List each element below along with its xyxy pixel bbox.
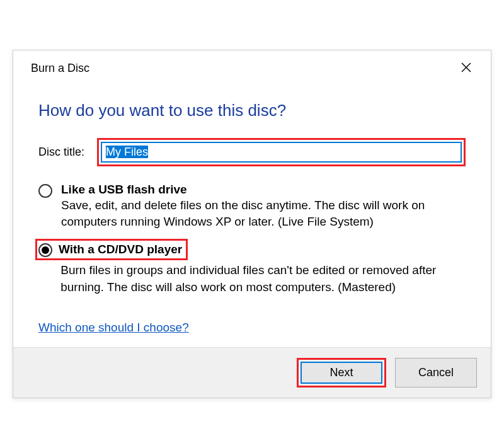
- option-cddvd-text: Burn files in groups and individual file…: [194, 242, 466, 296]
- option-usb-text: Like a USB flash drive Save, edit, and d…: [61, 183, 466, 231]
- option-usb-title: Like a USB flash drive: [61, 183, 466, 197]
- dialog-title: Burn a Disc: [31, 62, 89, 75]
- titlebar: Burn a Disc: [13, 50, 491, 82]
- option-cddvd-highlight: With a CD/DVD player: [35, 239, 188, 260]
- disc-title-input[interactable]: My Files: [101, 142, 462, 163]
- help-link[interactable]: Which one should I choose?: [38, 321, 189, 335]
- option-usb-desc: Save, edit, and delete files on the disc…: [61, 197, 466, 231]
- option-usb[interactable]: Like a USB flash drive Save, edit, and d…: [38, 183, 466, 231]
- dialog-content: How do you want to use this disc? Disc t…: [13, 82, 491, 347]
- radio-cddvd[interactable]: [38, 243, 52, 257]
- disc-title-label: Disc title:: [38, 146, 84, 159]
- disc-title-row: Disc title: My Files: [38, 138, 466, 166]
- heading: How do you want to use this disc?: [38, 101, 466, 120]
- option-cddvd-desc: Burn files in groups and individual file…: [38, 262, 466, 296]
- button-bar: Next Cancel: [13, 347, 491, 398]
- cancel-button[interactable]: Cancel: [395, 358, 477, 388]
- next-highlight: Next: [297, 358, 386, 388]
- next-button[interactable]: Next: [301, 362, 382, 384]
- burn-disc-dialog: Burn a Disc How do you want to use this …: [13, 50, 491, 398]
- close-icon[interactable]: [454, 59, 478, 78]
- option-cddvd-title: With a CD/DVD player: [59, 243, 182, 256]
- radio-usb[interactable]: [38, 184, 52, 198]
- disc-title-highlight: My Files: [97, 138, 466, 166]
- option-cddvd[interactable]: With a CD/DVD player Burn files in group…: [38, 242, 466, 296]
